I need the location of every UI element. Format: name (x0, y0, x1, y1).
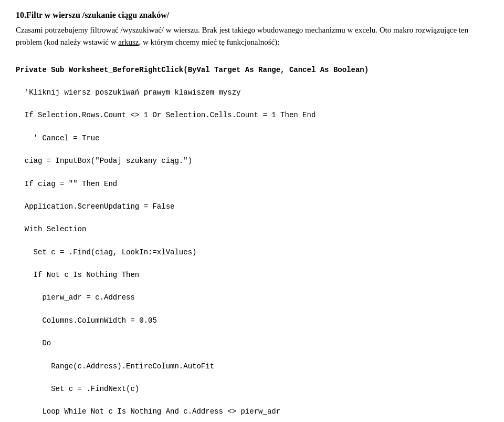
code-line-14: Range(c.Address).EntireColumn.AutoFit (16, 362, 214, 370)
code-line-1: Private Sub Worksheet_BeforeRightClick(B… (16, 66, 369, 74)
code-line-2: 'Kliknij wiersz poszukiwań prawym klawis… (16, 88, 240, 97)
code-line-11: pierw_adr = c.Address (16, 293, 135, 302)
code-line-4: ' Cancel = True (16, 134, 100, 142)
code-line-5: ciag = InputBox("Podaj szukany ciąg.") (16, 157, 192, 165)
code-line-12: Columns.ColumnWidth = 0.05 (16, 316, 157, 325)
code-block: Private Sub Worksheet_BeforeRightClick(B… (16, 53, 488, 422)
code-line-15: Set c = .FindNext(c) (16, 385, 139, 393)
code-line-6: If ciag = "" Then End (16, 180, 117, 188)
code-line-13: Do (16, 339, 51, 347)
underline-arkusz: arkusz (118, 38, 139, 46)
code-line-3: If Selection.Rows.Count <> 1 Or Selectio… (16, 111, 316, 119)
code-line-8: With Selection (16, 225, 86, 233)
page-title: 10.Filtr w wierszu /szukanie ciągu znakó… (16, 11, 488, 20)
code-line-7: Application.ScreenUpdating = False (16, 202, 174, 211)
code-line-16: Loop While Not c Is Nothing And c.Addres… (16, 407, 280, 416)
paragraph-1: Czasami potrzebujemy filtrować /wyszukiw… (16, 24, 488, 48)
code-line-10: If Not c Is Nothing Then (16, 271, 139, 279)
code-line-9: Set c = .Find(ciag, LookIn:=xlValues) (16, 248, 196, 256)
